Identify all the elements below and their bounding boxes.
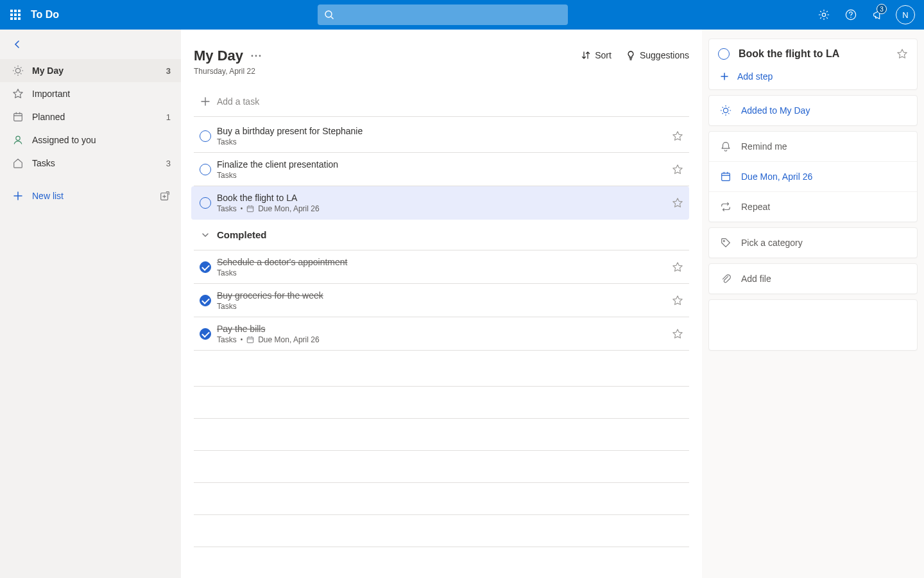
lightbulb-icon	[626, 50, 636, 60]
new-list-button[interactable]: New list	[32, 191, 159, 201]
new-group-icon	[159, 190, 171, 202]
suggestions-button[interactable]: Suggestions	[626, 50, 689, 60]
task-star-button[interactable]	[666, 164, 689, 175]
star-outline-icon	[896, 48, 908, 60]
svg-point-0	[325, 11, 332, 17]
plus-icon	[194, 96, 217, 107]
task-item[interactable]: Schedule a doctor's appointment Tasks	[194, 250, 689, 284]
remind-me-button[interactable]: Remind me	[709, 132, 917, 161]
add-file-button[interactable]: Add file	[709, 264, 917, 293]
task-checkbox[interactable]	[194, 295, 217, 306]
svg-point-5	[15, 68, 20, 73]
star-outline-icon	[672, 261, 683, 273]
completed-section-toggle[interactable]: Completed	[194, 220, 689, 250]
nav-item-tasks[interactable]: Tasks 3	[0, 152, 181, 175]
my-day-card: Added to My Day	[708, 95, 918, 126]
due-date-button[interactable]: Due Mon, April 26	[709, 161, 917, 191]
plus-icon	[718, 72, 731, 81]
task-star-button[interactable]	[666, 261, 689, 273]
task-list-name: Tasks	[217, 171, 237, 180]
sort-icon	[581, 50, 591, 60]
svg-rect-6	[14, 114, 22, 121]
detail-title[interactable]: Book the flight to LA	[739, 48, 896, 60]
nav-item-important[interactable]: Important	[0, 82, 181, 105]
task-checkbox[interactable]	[194, 164, 217, 175]
app-launcher-button[interactable]	[5, 4, 26, 25]
svg-rect-13	[247, 337, 253, 343]
pick-category-button[interactable]: Pick a category	[709, 228, 917, 258]
task-list-name: Tasks	[217, 335, 237, 344]
list-options-button[interactable]	[251, 55, 261, 57]
page-date: Thursday, April 22	[194, 67, 581, 76]
task-checkbox[interactable]	[194, 130, 217, 142]
search-icon	[324, 10, 334, 20]
add-task-input[interactable]: Add a task	[194, 86, 689, 117]
nav-label: My Day	[32, 66, 64, 76]
task-title: Schedule a doctor's appointment	[217, 257, 666, 267]
svg-point-16	[723, 240, 724, 241]
task-title: Pay the bills	[217, 324, 666, 334]
account-avatar[interactable]: N	[896, 5, 915, 24]
create-group-button[interactable]	[159, 190, 171, 202]
task-item[interactable]: Book the flight to LA Tasks • Due Mon, A…	[191, 186, 689, 220]
add-step-button[interactable]: Add step	[709, 64, 917, 89]
svg-point-10	[255, 55, 257, 57]
sort-button[interactable]: Sort	[581, 50, 612, 60]
task-item[interactable]: Pay the bills Tasks • Due Mon, April 26	[194, 317, 689, 351]
calendar-small-icon	[246, 205, 254, 213]
chevron-left-icon	[13, 40, 22, 49]
note-card[interactable]	[708, 299, 918, 351]
task-item[interactable]: Buy groceries for the week Tasks	[194, 284, 689, 317]
task-star-button[interactable]	[666, 130, 689, 142]
nav-item-my-day[interactable]: My Day 3	[0, 59, 181, 82]
svg-line-1	[331, 17, 334, 19]
svg-point-4	[850, 17, 851, 18]
task-item[interactable]: Buy a birthday present for Stephanie Tas…	[194, 119, 689, 153]
task-star-button[interactable]	[666, 328, 689, 340]
task-due: Due Mon, April 26	[258, 204, 319, 213]
detail-pane: Book the flight to LA Add step Added to …	[702, 30, 924, 578]
add-step-label: Add step	[737, 71, 773, 82]
task-star-button[interactable]	[666, 295, 689, 306]
person-icon	[10, 134, 26, 146]
collapse-sidebar-button[interactable]	[0, 40, 181, 59]
task-due: Due Mon, April 26	[258, 335, 319, 344]
task-star-button[interactable]	[666, 197, 689, 209]
search-box[interactable]	[318, 4, 568, 25]
help-button[interactable]	[838, 0, 864, 30]
more-icon	[251, 55, 261, 57]
due-label: Due Mon, April 26	[741, 171, 812, 182]
sun-icon	[718, 105, 733, 116]
category-label: Pick a category	[741, 238, 803, 248]
star-outline-icon	[672, 328, 683, 340]
detail-star-button[interactable]	[896, 48, 908, 60]
task-checkbox[interactable]	[194, 261, 217, 273]
settings-button[interactable]	[811, 0, 837, 30]
suggestions-label: Suggestions	[640, 50, 689, 60]
notifications-button[interactable]: 3	[865, 0, 891, 30]
page-title: My Day	[194, 48, 243, 64]
svg-point-2	[822, 13, 825, 16]
repeat-button[interactable]: Repeat	[709, 191, 917, 222]
paperclip-icon	[718, 273, 733, 285]
help-icon	[845, 9, 857, 21]
nav-item-assigned[interactable]: Assigned to you	[0, 128, 181, 152]
nav-count: 3	[166, 159, 171, 168]
nav-list: My Day 3 Important Planned 1	[0, 59, 181, 175]
svg-point-11	[259, 55, 261, 57]
home-icon	[10, 157, 26, 169]
task-checkbox[interactable]	[194, 328, 217, 340]
sun-icon	[10, 65, 26, 76]
added-to-my-day-button[interactable]: Added to My Day	[709, 96, 917, 125]
file-card: Add file	[708, 263, 918, 294]
task-checkbox[interactable]	[194, 197, 217, 209]
task-list-name: Tasks	[217, 204, 237, 213]
completed-header-label: Completed	[217, 229, 267, 240]
search-input[interactable]	[338, 10, 561, 20]
svg-rect-12	[247, 206, 253, 212]
star-icon	[10, 88, 26, 100]
nav-item-planned[interactable]: Planned 1	[0, 105, 181, 128]
detail-checkbox[interactable]	[718, 48, 730, 60]
task-item[interactable]: Finalize the client presentation Tasks	[194, 153, 689, 186]
star-outline-icon	[672, 130, 683, 142]
